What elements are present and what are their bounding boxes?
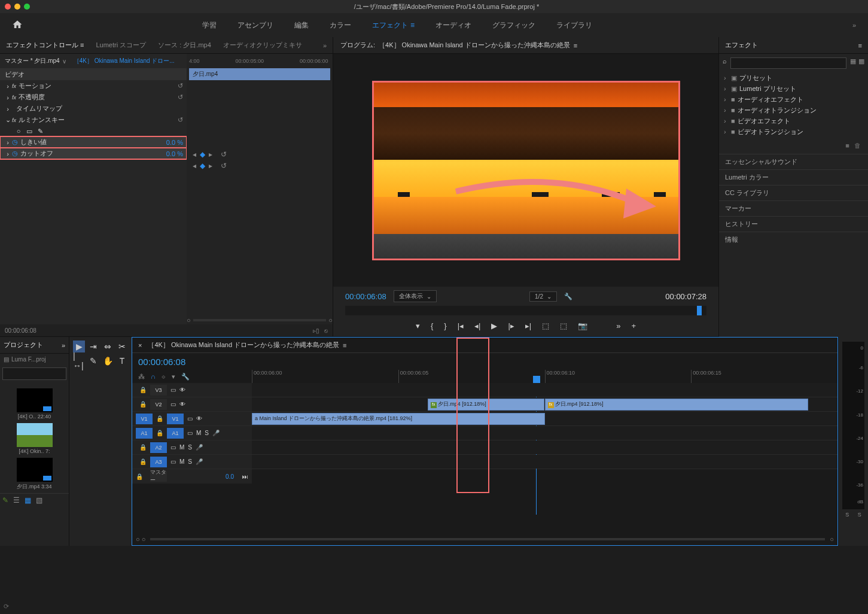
track-master[interactable]: 🔒マスター0.0⏭	[132, 469, 837, 484]
pen-tool-icon[interactable]: ✎	[87, 355, 99, 367]
workspace-tab-edit[interactable]: 編集	[294, 20, 309, 31]
hamburger-icon[interactable]: ≡	[410, 21, 415, 29]
zoom-dropdown[interactable]: 全体表示⌄	[394, 290, 437, 302]
go-to-out-icon[interactable]: ▸|	[525, 321, 531, 330]
workspace-tab-assembly[interactable]: アセンブリ	[237, 20, 273, 31]
linked-selection-icon[interactable]: ⟐	[162, 373, 166, 381]
step-back-icon[interactable]: ◂|	[474, 321, 480, 330]
reset-icon[interactable]: ↺	[178, 82, 183, 90]
settings-icon[interactable]: 🔧	[181, 373, 190, 381]
panel-markers[interactable]: マーカー	[719, 200, 868, 216]
fx-lumakey-row[interactable]: ⌄fxルミナンスキー↺	[0, 114, 187, 126]
cutoff-value[interactable]: 0.0 %	[153, 150, 183, 157]
overflow-icon[interactable]: »	[616, 321, 620, 330]
keyframe-nav[interactable]: ◂◆▸↺	[187, 160, 333, 171]
selection-tool-icon[interactable]: ▶	[73, 341, 85, 352]
keyframe-nav[interactable]: ◂◆▸↺	[187, 148, 333, 160]
ec-timeline[interactable]: 4:0000:00:05:0000:00:06:00 夕日.mp4 ◂◆▸↺ ◂…	[187, 54, 333, 324]
program-monitor[interactable]	[333, 54, 718, 287]
ec-clip-bar[interactable]: 夕日.mp4	[189, 68, 330, 80]
cutoff-row[interactable]: ›◷カットオフ0.0 %	[0, 148, 187, 159]
panel-history[interactable]: ヒストリー	[719, 216, 868, 232]
effects-search-input[interactable]	[730, 57, 846, 69]
list-view-icon[interactable]: ☰	[13, 496, 20, 504]
tab-effect-controls[interactable]: エフェクトコントロール≡	[6, 41, 84, 50]
overflow-icon[interactable]: »	[852, 22, 856, 29]
button-editor-icon[interactable]: +	[631, 321, 636, 330]
workspace-tab-effects[interactable]: エフェクト≡	[372, 20, 415, 31]
timeline-clip[interactable]: a Main Island ドローンから撮った沖縄本島の絶景.mp4 [181.…	[252, 413, 545, 425]
marker-add-icon[interactable]: ▾	[416, 321, 420, 330]
mark-in-icon[interactable]: {	[431, 321, 433, 330]
marker-icon[interactable]: ▾	[172, 373, 175, 381]
program-scrubber[interactable]	[345, 306, 706, 315]
track-v2[interactable]: 🔒V2▭👁 fx夕日.mp4 [912.18%] fx夕日.mp4 [912.1…	[132, 397, 837, 412]
folder-lumetri-presets[interactable]: ›▣Lumetri プリセット	[721, 83, 866, 94]
track-select-icon[interactable]: ⇥	[87, 341, 99, 352]
freeform-icon[interactable]: ▧	[36, 496, 42, 504]
tab-effects[interactable]: エフェクト	[725, 41, 758, 50]
ripple-edit-icon[interactable]: ⇔	[102, 341, 114, 352]
resolution-dropdown[interactable]: 1/2⌄	[529, 291, 557, 302]
new-folder-icon[interactable]: ■	[845, 142, 849, 149]
track-a3[interactable]: 🔒A3▭MS🎤	[132, 455, 837, 469]
panel-cc-libraries[interactable]: CC ライブラリ	[719, 185, 868, 200]
close-window-button[interactable]	[5, 4, 11, 10]
reset-icon[interactable]: ↺	[178, 93, 183, 101]
nest-icon[interactable]: ⁂	[138, 373, 145, 381]
fx-opacity-row[interactable]: ›fx不透明度↺	[0, 92, 187, 103]
clip-name-label[interactable]: ［4K］ Okinawa Main Island ドロー...	[74, 57, 175, 65]
solo-right[interactable]: S	[858, 512, 861, 518]
stopwatch-icon[interactable]: ◷	[12, 150, 18, 157]
timeline-clip[interactable]: fx夕日.mp4 [912.18%]	[545, 399, 809, 411]
play-icon[interactable]: ▶	[491, 321, 497, 330]
hand-tool-icon[interactable]: ✋	[102, 355, 114, 367]
snap-icon[interactable]: ∩	[151, 373, 156, 381]
preset-filter-icon[interactable]: ▦	[850, 57, 856, 69]
timeline-clip[interactable]: fx夕日.mp4 [912.18%]	[428, 399, 545, 411]
folder-video-transitions[interactable]: ›■ビデオトランジション	[721, 126, 866, 137]
panel-overflow-icon[interactable]: »	[323, 42, 327, 49]
stopwatch-icon[interactable]: ◷	[12, 138, 18, 146]
go-to-in-icon[interactable]: |◂	[458, 321, 464, 330]
track-v3[interactable]: 🔒V3▭👁	[132, 383, 837, 397]
razor-tool-icon[interactable]: ✂	[116, 341, 128, 352]
bin-item[interactable]: [4K] Okin.. 7:	[2, 423, 66, 454]
folder-audio-transitions[interactable]: ›■オーディオトランジション	[721, 105, 866, 115]
workspace-tab-graphics[interactable]: グラフィック	[492, 20, 535, 31]
timeline-playhead[interactable]	[533, 376, 540, 383]
extract-icon[interactable]: ⬚	[560, 321, 567, 330]
trash-icon[interactable]: 🗑	[854, 142, 861, 149]
export-frame-icon[interactable]: 📷	[578, 321, 587, 330]
loop-icon[interactable]: ▹▯	[313, 327, 319, 334]
solo-left[interactable]: S	[845, 512, 849, 518]
tab-source[interactable]: ソース : 夕日.mp4	[158, 41, 211, 50]
fx-timeremap-row[interactable]: › タイムリマップ	[0, 103, 187, 114]
maximize-window-button[interactable]	[24, 4, 30, 10]
close-icon[interactable]: ×	[138, 342, 142, 349]
home-icon[interactable]	[12, 19, 23, 31]
threshold-row[interactable]: ›◷しきい値0.0 %	[0, 136, 187, 148]
cloud-sync-icon[interactable]: ⟳	[4, 603, 9, 610]
track-v1[interactable]: V1🔒V1▭👁 a Main Island ドローンから撮った沖縄本島の絶景.m…	[132, 412, 837, 426]
panel-lumetri-color[interactable]: Lumetri カラー	[719, 169, 868, 185]
rect-mask-icon[interactable]: ▭	[25, 127, 33, 135]
export-icon[interactable]: ⎋	[324, 327, 328, 334]
meter-scale[interactable]: 0 -6 -12 -18 -24 -30 -36 dB	[842, 342, 864, 509]
fx-motion-row[interactable]: ›fxモーション↺	[0, 80, 187, 92]
workspace-tab-audio[interactable]: オーディオ	[435, 20, 471, 31]
new-bin-icon[interactable]: ▩	[858, 57, 864, 69]
folder-presets[interactable]: ›▣プリセット	[721, 72, 866, 83]
timeline-timecode[interactable]: 00:00:06:08	[132, 353, 252, 370]
ellipse-mask-icon[interactable]: ○	[14, 127, 23, 135]
workspace-tab-learn[interactable]: 学習	[202, 20, 217, 31]
reset-icon[interactable]: ↺	[178, 116, 183, 124]
bin-item[interactable]: [4K] O.. 22:40	[2, 388, 66, 420]
panel-info[interactable]: 情報	[719, 232, 868, 247]
workspace-tab-library[interactable]: ライブラリ	[556, 20, 592, 31]
icon-view-icon[interactable]: ▦	[25, 496, 31, 504]
program-timecode[interactable]: 00:00:06:08	[345, 292, 386, 301]
tab-lumetri-scopes[interactable]: Lumetri スコープ	[96, 41, 146, 50]
pen-mask-icon[interactable]: ✎	[36, 127, 44, 135]
minimize-window-button[interactable]	[14, 4, 20, 10]
